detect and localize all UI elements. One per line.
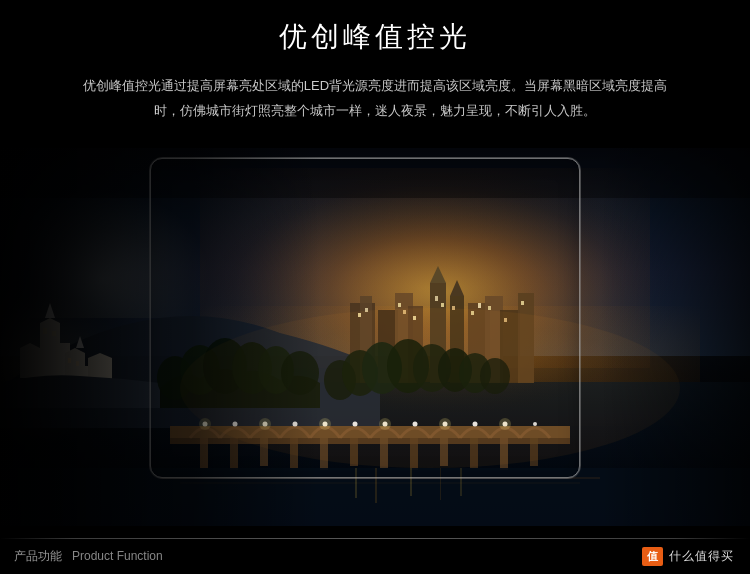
main-image-area <box>0 148 750 526</box>
svg-rect-53 <box>375 468 377 503</box>
logo-badge: 值 <box>642 547 663 566</box>
svg-rect-77 <box>398 303 401 307</box>
description-text: 优创峰值控光通过提高屏幕亮处区域的LED背光源亮度进而提高该区域亮度。当屏幕黑暗… <box>60 74 690 123</box>
svg-rect-80 <box>435 296 438 301</box>
city-left-shadow <box>0 148 320 526</box>
description-section: 优创峰值控光通过提高屏幕亮处区域的LED背光源亮度进而提高该区域亮度。当屏幕黑暗… <box>0 66 750 123</box>
svg-rect-54 <box>410 468 412 496</box>
svg-rect-90 <box>600 148 750 526</box>
svg-rect-56 <box>460 468 462 496</box>
main-title: 优创峰值控光 <box>0 18 750 56</box>
logo-area: 值 什么值得买 <box>642 547 734 566</box>
svg-rect-55 <box>440 468 441 500</box>
svg-rect-52 <box>355 468 357 498</box>
svg-rect-87 <box>521 301 524 305</box>
logo-text: 什么值得买 <box>669 548 734 565</box>
bottom-left-section: 产品功能 Product Function <box>14 548 197 565</box>
title-section: 优创峰值控光 <box>0 0 750 66</box>
page-wrapper: 优创峰值控光 优创峰值控光通过提高屏幕亮处区域的LED背光源亮度进而提高该区域亮… <box>0 0 750 574</box>
svg-rect-85 <box>488 306 491 310</box>
svg-rect-84 <box>478 303 481 308</box>
product-function-cn-label: 产品功能 <box>14 548 62 565</box>
top-divider-line <box>0 538 750 539</box>
bottom-bar: 产品功能 Product Function 值 什么值得买 <box>0 538 750 574</box>
svg-rect-81 <box>441 303 444 307</box>
product-function-en-label: Product Function <box>72 549 163 563</box>
night-background <box>0 148 750 526</box>
